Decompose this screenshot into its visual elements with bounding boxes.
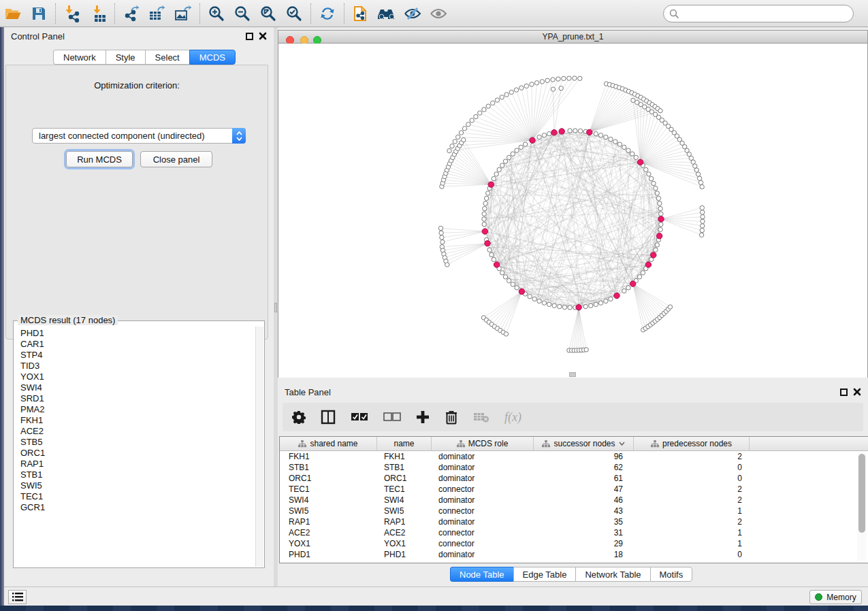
import-table-icon <box>89 5 107 22</box>
float-panel-icon[interactable] <box>246 33 253 40</box>
export-table-button[interactable] <box>144 2 170 25</box>
table-scrollbar[interactable] <box>857 452 867 561</box>
mcds-result-item[interactable]: SWI4 <box>20 382 255 393</box>
network-window-titlebar[interactable]: YPA_prune.txt_1 <box>278 30 868 44</box>
column-header-name[interactable]: name <box>377 437 432 450</box>
zoom-fit-button[interactable] <box>255 2 281 25</box>
cell-name: YOX1 <box>377 539 432 548</box>
cell-mcds_role: dominator <box>432 463 534 472</box>
search-networks-button[interactable] <box>374 2 400 25</box>
tab-motifs[interactable]: Motifs <box>650 567 693 582</box>
show-graphics-details-button[interactable] <box>425 2 451 25</box>
cell-name: SWI5 <box>377 506 432 516</box>
zoom-in-button[interactable] <box>204 2 229 25</box>
network-file-button[interactable] <box>348 2 374 25</box>
tab-style[interactable]: Style <box>106 50 145 65</box>
cell-mcds_role: dominator <box>432 495 534 505</box>
mcds-result-item[interactable]: PMA2 <box>20 404 255 415</box>
toolbar-search-box[interactable] <box>663 5 854 22</box>
mcds-result-item[interactable]: ACE2 <box>20 426 255 437</box>
table-scrollbar-thumb[interactable] <box>858 454 865 533</box>
column-header-shared-name[interactable]: shared name <box>280 437 377 450</box>
horizontal-splitter-handle[interactable] <box>569 372 576 377</box>
table-row[interactable]: TEC1TEC1connector472 <box>280 484 868 495</box>
cell-shared_name: ORC1 <box>280 474 377 483</box>
column-header-MCDS-role[interactable]: MCDS role <box>432 437 534 450</box>
delete-column-button[interactable] <box>445 410 458 425</box>
control-panel-tabs: NetworkStyleSelectMCDS <box>53 50 236 65</box>
table-settings-button[interactable] <box>292 410 306 424</box>
close-panel-button[interactable]: Close panel <box>140 151 212 167</box>
mcds-result-item[interactable]: GCR1 <box>20 502 255 513</box>
mcds-result-item[interactable]: SRD1 <box>20 393 255 404</box>
criterion-select[interactable]: largest connected component (undirected) <box>32 128 246 144</box>
import-table-button[interactable] <box>85 2 111 25</box>
table-row[interactable]: YOX1YOX1connector291 <box>280 538 868 549</box>
import-network-button[interactable] <box>59 2 85 25</box>
float-panel-icon[interactable] <box>840 389 848 396</box>
mcds-result-item[interactable]: YOX1 <box>20 371 255 382</box>
mcds-result-item[interactable]: ORC1 <box>20 448 255 459</box>
cell-successor_nodes: 47 <box>534 484 634 494</box>
mcds-result-item[interactable]: SWI5 <box>20 480 255 491</box>
table-row[interactable]: FKH1FKH1dominator962 <box>280 451 868 462</box>
mcds-result-item[interactable]: CAR1 <box>20 339 255 350</box>
zoom-selected-button[interactable] <box>281 2 307 25</box>
close-panel-icon[interactable] <box>259 32 267 40</box>
create-column-button[interactable] <box>416 410 430 424</box>
cell-predecessor_nodes: 2 <box>634 452 750 461</box>
mcds-result-item[interactable]: STP4 <box>20 350 255 361</box>
cell-mcds_role: connector <box>432 528 534 538</box>
search-input[interactable] <box>679 7 853 20</box>
cell-successor_nodes: 96 <box>534 452 634 461</box>
ui-settings-button[interactable] <box>8 590 27 604</box>
export-image-button[interactable] <box>170 2 196 25</box>
memory-button[interactable]: Memory <box>809 590 862 604</box>
table-row[interactable]: RAP1RAP1dominator352 <box>280 516 868 527</box>
show-columns-button[interactable] <box>321 410 336 425</box>
splitter-handle[interactable] <box>274 303 277 312</box>
open-file-button[interactable] <box>0 2 26 25</box>
gear-icon <box>292 410 306 424</box>
table-row[interactable]: SWI4SWI4dominator462 <box>280 495 868 506</box>
mcds-result-item[interactable]: TID3 <box>20 361 255 371</box>
table-row[interactable]: SWI5SWI5connector431 <box>280 506 868 516</box>
tab-network[interactable]: Network <box>53 50 106 65</box>
network-view-canvas[interactable] <box>278 44 868 378</box>
criterion-selected-value: largest connected component (undirected) <box>33 131 232 141</box>
table-panel-title: Table Panel <box>285 387 331 397</box>
column-header-predecessor-nodes[interactable]: predecessor nodes <box>634 437 750 450</box>
column-type-icon <box>298 440 306 448</box>
mcds-result-list[interactable]: PHD1CAR1STP4TID3YOX1SWI4SRD1PMA2FKH1ACE2… <box>14 327 255 567</box>
mcds-result-item[interactable]: PHD1 <box>20 328 255 339</box>
save-session-button[interactable] <box>26 2 52 25</box>
select-all-button[interactable] <box>351 412 368 422</box>
hide-graphics-details-button[interactable] <box>400 2 425 25</box>
mcds-result-item[interactable]: RAP1 <box>20 459 255 469</box>
sort-descending-icon <box>619 442 625 446</box>
run-mcds-button[interactable]: Run MCDS <box>66 151 133 167</box>
mcds-result-item[interactable]: STB1 <box>20 469 255 480</box>
tab-node-table[interactable]: Node Table <box>450 567 513 582</box>
table-row[interactable]: ORC1ORC1dominator610 <box>280 473 868 484</box>
zoom-fit-icon <box>259 5 277 22</box>
mcds-result-item[interactable]: TEC1 <box>20 491 255 502</box>
table-row[interactable]: PHD1PHD1dominator180 <box>280 549 868 560</box>
table-row[interactable]: ACE2ACE2connector311 <box>280 527 868 538</box>
table-row[interactable]: STB1STB1dominator620 <box>280 462 868 473</box>
tab-edge-table[interactable]: Edge Table <box>513 567 576 582</box>
mcds-result-item[interactable]: FKH1 <box>20 415 255 426</box>
menu-list-icon <box>12 593 23 601</box>
refresh-button[interactable] <box>315 2 340 25</box>
cell-predecessor_nodes: 1 <box>634 506 750 516</box>
zoom-out-button[interactable] <box>229 2 255 25</box>
tab-mcds[interactable]: MCDS <box>189 50 236 65</box>
export-network-button[interactable] <box>118 2 144 25</box>
tab-select[interactable]: Select <box>145 50 189 65</box>
tab-network-table[interactable]: Network Table <box>575 567 649 582</box>
column-header-successor-nodes[interactable]: successor nodes <box>534 437 634 450</box>
mcds-result-item[interactable]: STB5 <box>20 437 255 448</box>
deselect-all-button[interactable] <box>383 412 401 422</box>
close-panel-icon[interactable] <box>853 388 861 396</box>
mcds-list-scrollbar[interactable] <box>255 327 263 567</box>
